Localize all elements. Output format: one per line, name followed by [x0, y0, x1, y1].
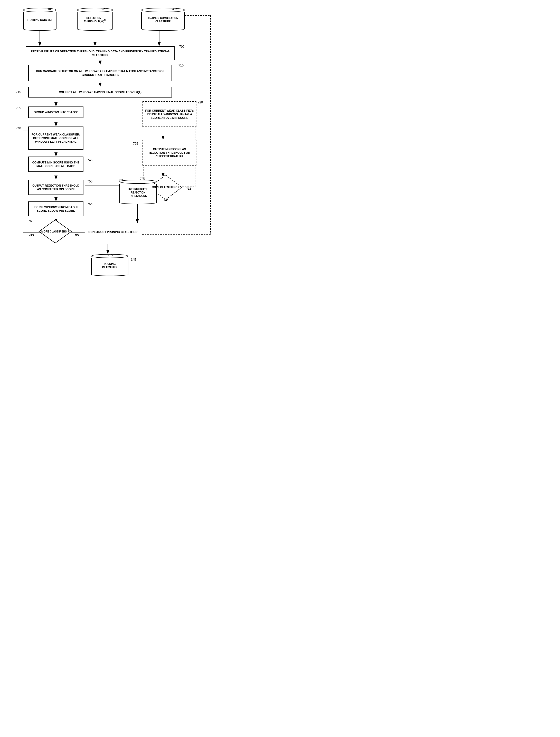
trained-combination-label: TRAINED COMBINATIONCLASSIFIER — [141, 12, 185, 28]
label-705-num: 705 — [100, 7, 105, 11]
output-rejection-box: OUTPUT REJECTION THRESHOLD AS COMPUTED M… — [28, 180, 83, 195]
diagram: 310 TRAINING DATA SET 310 DETECTIONTHRES… — [0, 0, 231, 303]
training-data-label: TRAINING DATA SET — [23, 12, 56, 28]
no-right-label: NO — [164, 199, 168, 202]
detection-threshold-label: DETECTIONTHRESHOLD, θ(T) — [77, 12, 113, 28]
for-current-weak-left-label: FOR CURRENT WEAK CLASSIFIER: DETERMINE M… — [30, 133, 81, 144]
label-725-num: 725 — [133, 142, 138, 146]
receive-inputs-box: RECEIVE INPUTS OF DETECTION THRESHOLD, T… — [26, 46, 175, 60]
group-bags-label: GROUP WINDOWS INTO "BAGS" — [34, 110, 78, 114]
training-data-cylinder: TRAINING DATA SET — [23, 8, 56, 31]
no-left-label: NO — [75, 234, 79, 237]
collect-windows-box: COLLECT ALL WINDOWS HAVING FINAL SCORE A… — [28, 87, 172, 98]
group-bags-box: GROUP WINDOWS INTO "BAGS" — [28, 107, 83, 118]
label-765-num: 765 — [108, 254, 113, 257]
collect-windows-label: COLLECT ALL WINDOWS HAVING FINAL SCORE A… — [59, 90, 141, 94]
construct-pruning-label: CONSTRUCT PRUNING CLASSIFIER — [88, 230, 137, 234]
more-classifiers-left-diamond: MORE CLASSIFIERS ? — [39, 220, 72, 244]
label-700-num: 700 — [179, 45, 184, 49]
label-740-num: 740 — [16, 127, 21, 130]
label-755-num: 755 — [87, 202, 92, 206]
pruning-classifier-label: PRUNINGCLASSIFIER — [91, 258, 128, 274]
label-735-num: 735 — [16, 107, 21, 110]
compute-min-box: COMPUTE MIN SCORE USING THE MAX SCORES O… — [28, 157, 83, 172]
label-720-num: 720 — [198, 101, 203, 104]
label-710-num: 710 — [178, 64, 184, 67]
more-classifiers-left-label: MORE CLASSIFIERS ? — [41, 230, 69, 233]
yes-right-label: YES — [186, 187, 191, 190]
output-rejection-label: OUTPUT REJECTION THRESHOLD AS COMPUTED M… — [30, 184, 81, 191]
output-min-score-box: OUTPUT MIN SCORE AS REJECTION THRESHOLD … — [143, 140, 196, 166]
prune-windows-label: PRUNE WINDOWS FROM BAG IF SCORE BELOW MI… — [30, 205, 81, 213]
pruning-classifier-cylinder: PRUNINGCLASSIFIER — [91, 254, 128, 277]
receive-inputs-label: RECEIVE INPUTS OF DETECTION THRESHOLD, T… — [28, 50, 173, 57]
for-current-weak-right-box: FOR CURRENT WEAK CLASSIFIER: PRUNE ALL W… — [143, 101, 196, 127]
yes-left-label: YES — [29, 234, 34, 237]
label-760-num: 760 — [28, 220, 33, 223]
for-current-weak-left-box: FOR CURRENT WEAK CLASSIFIER: DETERMINE M… — [28, 127, 83, 150]
output-min-score-label: OUTPUT MIN SCORE AS REJECTION THRESHOLD … — [145, 147, 194, 158]
intermediate-thresholds-cylinder: INTERMEDIATEREJECTIONTHRESHOLDS — [119, 180, 157, 205]
label-750-num: 750 — [87, 180, 92, 183]
run-cascade-label: RUN CASCADE DETECTOR ON ALL WINDOWS / EX… — [30, 69, 170, 77]
label-345-num: 345 — [131, 258, 136, 262]
detection-threshold-cylinder: DETECTIONTHRESHOLD, θ(T) — [77, 8, 113, 31]
more-classifiers-right-label: MORE CLASSIFIERS ? — [152, 186, 179, 189]
trained-combination-cylinder: TRAINED COMBINATIONCLASSIFIER — [141, 8, 185, 31]
intermediate-thresholds-label: INTERMEDIATEREJECTIONTHRESHOLDS — [119, 184, 157, 202]
construct-pruning-box: CONSTRUCT PRUNING CLASSIFIER — [85, 223, 141, 241]
label-305-num: 305 — [172, 7, 177, 11]
label-715-num: 715 — [16, 90, 21, 94]
label-335-num: 335 — [119, 178, 125, 182]
label-310-num: 310 — [46, 7, 51, 11]
compute-min-label: COMPUTE MIN SCORE USING THE MAX SCORES O… — [30, 161, 81, 168]
label-745-num: 745 — [87, 158, 92, 162]
run-cascade-box: RUN CASCADE DETECTOR ON ALL WINDOWS / EX… — [28, 65, 172, 81]
prune-windows-box: PRUNE WINDOWS FROM BAG IF SCORE BELOW MI… — [28, 202, 83, 216]
for-current-weak-right-label: FOR CURRENT WEAK CLASSIFIER: PRUNE ALL W… — [145, 109, 194, 120]
